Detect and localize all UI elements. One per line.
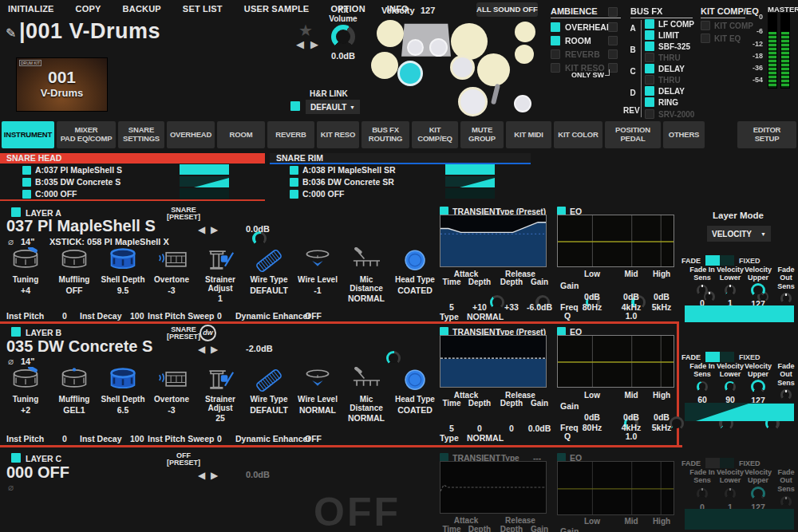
param-mic-distance[interactable]: Mic DistanceNORMAL — [342, 247, 390, 303]
layer-a-xstick[interactable]: XSTICK: 058 Pl MapleShell X — [49, 237, 169, 246]
edit-pencil-icon[interactable]: ✎ — [6, 26, 16, 41]
param-wire-type[interactable]: Wire TypeDEFAULT — [245, 367, 293, 423]
param-strainer-adjust[interactable]: Strainer Adjust25 — [196, 367, 244, 423]
fade-in-sens-knob[interactable] — [697, 488, 708, 499]
pad-head-header[interactable]: SNARE HEAD — [0, 153, 265, 164]
fade-in-sens-knob[interactable] — [697, 381, 708, 392]
layer-b-prev-button[interactable]: ◀ — [198, 344, 207, 355]
menu-set-list[interactable]: SET LIST — [183, 4, 223, 14]
layer-a-instrument-name[interactable]: 037 Pl MapleShell S — [6, 217, 156, 235]
menu-initialize[interactable]: INITIALIZE — [8, 4, 54, 14]
kit-prev-button[interactable]: ◀ — [296, 38, 306, 50]
layer-c-checkbox[interactable] — [11, 453, 21, 463]
head-layer-c-item[interactable]: C:000 OFF — [22, 189, 77, 199]
bus-fx-slot[interactable]: THRU — [645, 53, 681, 62]
dynamic-enhancer-value[interactable]: OFF — [305, 311, 322, 321]
eq-freq-value[interactable]: 80Hz — [576, 423, 608, 432]
param-head-type[interactable]: Head TypeCOATED — [391, 367, 439, 423]
hr-link-checkbox[interactable] — [290, 101, 300, 111]
param-tuning[interactable]: Tuning+4 — [2, 247, 49, 303]
fade-out-sens-knob[interactable] — [780, 496, 792, 507]
layer-c-next-button[interactable]: ▶ — [211, 470, 219, 481]
tab-reverb[interactable]: REVERB — [267, 121, 314, 148]
layer-b-next-button[interactable]: ▶ — [211, 344, 219, 355]
tab-others[interactable]: OTHERS — [663, 121, 705, 148]
tab-kit-reso[interactable]: KIT RESO — [317, 121, 359, 148]
only-sw-checkbox[interactable] — [608, 7, 618, 17]
bus-fx-slot[interactable]: THRU — [645, 75, 681, 85]
inst-pitch-value[interactable]: 0 — [62, 311, 67, 321]
velocity-upper-knob[interactable] — [751, 380, 765, 394]
tab-kit-midi[interactable]: KIT MIDI — [506, 121, 551, 148]
head-layer-b-item[interactable]: B:035 DW Concrete S — [22, 177, 120, 187]
layer-b-instrument-name[interactable]: 035 DW Concrete S — [6, 337, 152, 356]
ambience-item-overhead[interactable]: OVERHEAD — [551, 22, 613, 32]
layer-a-prev-button[interactable]: ◀ — [198, 224, 207, 235]
velocity-upper-knob[interactable] — [751, 283, 765, 298]
only-sw-checkbox[interactable] — [608, 49, 618, 59]
pad-crash-2[interactable] — [451, 23, 488, 60]
pad-ride[interactable] — [477, 53, 510, 86]
kit-thumbnail[interactable]: DRUM KIT 001 V-Drums — [16, 57, 108, 112]
pad-kick[interactable] — [458, 87, 488, 116]
eq-q-value[interactable]: 1.0 — [615, 311, 647, 321]
pad-snare[interactable] — [397, 61, 423, 86]
rim-layer-b-item[interactable]: B:036 DW Concrete SR — [290, 177, 394, 187]
eq-freq-value[interactable]: 5kHz — [646, 423, 678, 432]
tab-editor-setup[interactable]: EDITOR SETUP — [737, 121, 796, 148]
bus-fx-slot[interactable]: LIMIT — [645, 30, 679, 40]
pad-tom-1[interactable] — [407, 39, 424, 56]
only-sw-checkbox[interactable] — [608, 36, 618, 45]
layer-a-next-button[interactable]: ▶ — [211, 224, 219, 235]
param-strainer-adjust[interactable]: Strainer Adjust1 — [196, 247, 244, 303]
bus-fx-slot[interactable]: SRV-2000 — [645, 109, 694, 119]
param-shell-depth[interactable]: Shell Depth9.5 — [99, 247, 147, 303]
layer-b-checkbox[interactable] — [11, 327, 21, 337]
param-wire-level[interactable]: Wire LevelNORMAL — [294, 367, 342, 423]
param-muffling[interactable]: MufflingOFF — [50, 247, 98, 303]
velocity-lower-knob[interactable] — [725, 285, 736, 296]
tab-instrument[interactable]: INSTRUMENT — [2, 121, 54, 148]
ambience-item-reverb[interactable]: REVERB — [551, 49, 600, 59]
param-muffling[interactable]: MufflingGEL1 — [50, 367, 98, 423]
kit-volume-knob[interactable] — [331, 25, 355, 49]
layer-c-instrument-name[interactable]: 000 OFF — [6, 463, 69, 482]
bus-fx-slot[interactable]: LF COMP — [645, 19, 694, 29]
menu-user-sample[interactable]: USER SAMPLE — [244, 4, 310, 14]
inst-decay-value[interactable]: 100 — [130, 311, 144, 321]
fade-fixed-toggle[interactable] — [705, 352, 734, 362]
param-tuning[interactable]: Tuning+2 — [2, 367, 49, 423]
velocity-lower-knob[interactable] — [725, 488, 736, 499]
param-head-type[interactable]: Head TypeCOATED — [391, 247, 439, 303]
param-shell-depth[interactable]: Shell Depth6.5 — [99, 367, 147, 423]
pad-tom-3[interactable] — [450, 55, 475, 80]
kit-eq-toggle[interactable]: KIT EQ — [701, 33, 741, 43]
menu-backup[interactable]: BACKUP — [123, 4, 161, 14]
velocity-upper-knob[interactable] — [751, 487, 765, 501]
rim-layer-c-item[interactable]: C:000 OFF — [290, 189, 345, 199]
ambience-item-room[interactable]: ROOM — [551, 36, 591, 45]
reverb-checkbox[interactable] — [551, 49, 560, 59]
tab-position-pedal[interactable]: POSITION PEDAL — [605, 121, 661, 148]
eq-q-value[interactable]: 1.0 — [615, 432, 647, 441]
tab-overhead[interactable]: OVERHEAD — [167, 121, 215, 148]
tab-kit-color[interactable]: KIT COLOR — [554, 121, 602, 148]
inst-pitch-value[interactable]: 0 — [62, 434, 67, 443]
param-wire-level[interactable]: Wire Level-1 — [294, 247, 342, 303]
kit-reso-checkbox[interactable] — [551, 63, 560, 73]
pad-tom-2[interactable] — [429, 38, 448, 57]
head-layer-a-item[interactable]: A:037 Pl MapleShell S — [22, 165, 122, 175]
bus-fx-slot[interactable]: RING — [645, 97, 678, 107]
favorite-star-icon[interactable]: ★ — [298, 21, 313, 40]
dynamic-enhancer-value[interactable]: OFF — [305, 434, 322, 443]
inst-pitch-sweep-value[interactable]: 0 — [217, 311, 222, 321]
transient-type-row-value[interactable]: NORMAL — [467, 312, 504, 321]
layer-b-volume-knob[interactable] — [386, 351, 401, 365]
rim-layer-a-item[interactable]: A:038 Pl MapleShell SR — [290, 165, 396, 175]
kit-title[interactable]: |001 V-Drums — [19, 19, 160, 44]
inst-decay-value[interactable]: 100 — [130, 434, 144, 443]
transient-type-row-value[interactable]: NORMAL — [467, 433, 504, 443]
hr-link-dropdown[interactable]: DEFAULT ▼ — [306, 100, 360, 114]
bus-fx-slot[interactable]: SBF-325 — [645, 41, 690, 51]
pad-aux[interactable] — [514, 95, 531, 112]
